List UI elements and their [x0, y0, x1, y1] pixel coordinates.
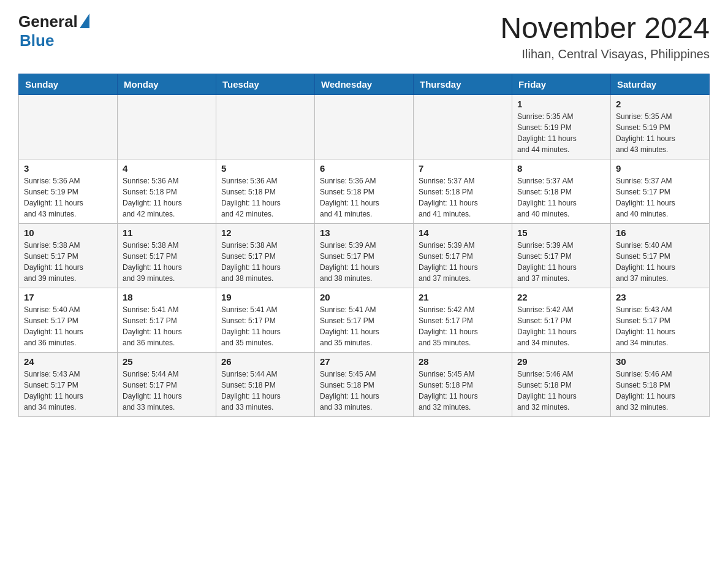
- calendar-cell: 19Sunrise: 5:41 AM Sunset: 5:17 PM Dayli…: [216, 288, 315, 352]
- calendar-day-header: Sunday: [19, 74, 118, 94]
- day-info: Sunrise: 5:39 AM Sunset: 5:17 PM Dayligh…: [419, 240, 507, 284]
- calendar-day-header: Wednesday: [315, 74, 414, 94]
- calendar-week-row: 1Sunrise: 5:35 AM Sunset: 5:19 PM Daylig…: [19, 94, 710, 159]
- calendar-cell: [414, 94, 512, 159]
- calendar-week-row: 24Sunrise: 5:43 AM Sunset: 5:17 PM Dayli…: [19, 352, 710, 416]
- day-info: Sunrise: 5:36 AM Sunset: 5:19 PM Dayligh…: [24, 175, 112, 220]
- day-info: Sunrise: 5:43 AM Sunset: 5:17 PM Dayligh…: [24, 369, 112, 413]
- day-info: Sunrise: 5:41 AM Sunset: 5:17 PM Dayligh…: [221, 304, 309, 348]
- day-number: 30: [616, 356, 704, 367]
- calendar-cell: 6Sunrise: 5:36 AM Sunset: 5:18 PM Daylig…: [315, 159, 414, 223]
- logo-blue-text: Blue: [20, 31, 54, 50]
- logo-general-text: General: [18, 12, 78, 31]
- day-info: Sunrise: 5:35 AM Sunset: 5:19 PM Dayligh…: [517, 111, 605, 155]
- day-number: 5: [221, 163, 309, 174]
- calendar-cell: 16Sunrise: 5:40 AM Sunset: 5:17 PM Dayli…: [611, 223, 710, 288]
- calendar-day-header: Tuesday: [216, 74, 315, 94]
- day-info: Sunrise: 5:45 AM Sunset: 5:18 PM Dayligh…: [419, 369, 507, 413]
- calendar-cell: 22Sunrise: 5:42 AM Sunset: 5:17 PM Dayli…: [512, 288, 611, 352]
- calendar-cell: 14Sunrise: 5:39 AM Sunset: 5:17 PM Dayli…: [414, 223, 512, 288]
- day-number: 24: [24, 356, 112, 367]
- calendar-cell: 28Sunrise: 5:45 AM Sunset: 5:18 PM Dayli…: [414, 352, 512, 416]
- day-info: Sunrise: 5:44 AM Sunset: 5:17 PM Dayligh…: [123, 369, 211, 413]
- day-number: 16: [616, 228, 704, 238]
- day-number: 1: [517, 99, 605, 109]
- calendar-cell: 8Sunrise: 5:37 AM Sunset: 5:18 PM Daylig…: [512, 159, 611, 223]
- day-info: Sunrise: 5:41 AM Sunset: 5:17 PM Dayligh…: [123, 304, 211, 348]
- calendar-cell: 18Sunrise: 5:41 AM Sunset: 5:17 PM Dayli…: [118, 288, 216, 352]
- calendar-cell: 29Sunrise: 5:46 AM Sunset: 5:18 PM Dayli…: [512, 352, 611, 416]
- day-number: 15: [517, 228, 605, 238]
- calendar-cell: 21Sunrise: 5:42 AM Sunset: 5:17 PM Dayli…: [414, 288, 512, 352]
- day-number: 27: [320, 356, 408, 367]
- day-info: Sunrise: 5:38 AM Sunset: 5:17 PM Dayligh…: [123, 240, 211, 284]
- title-block: November 2024 Ilihan, Central Visayas, P…: [500, 12, 710, 61]
- subtitle: Ilihan, Central Visayas, Philippines: [500, 47, 710, 61]
- day-info: Sunrise: 5:38 AM Sunset: 5:17 PM Dayligh…: [221, 240, 309, 284]
- calendar-cell: 3Sunrise: 5:36 AM Sunset: 5:19 PM Daylig…: [19, 159, 118, 223]
- day-info: Sunrise: 5:42 AM Sunset: 5:17 PM Dayligh…: [517, 304, 605, 348]
- day-number: 6: [320, 163, 408, 174]
- day-number: 25: [123, 356, 211, 367]
- day-info: Sunrise: 5:37 AM Sunset: 5:18 PM Dayligh…: [419, 175, 507, 220]
- day-info: Sunrise: 5:37 AM Sunset: 5:17 PM Dayligh…: [616, 175, 704, 220]
- calendar-header-row: SundayMondayTuesdayWednesdayThursdayFrid…: [19, 74, 710, 94]
- calendar-week-row: 3Sunrise: 5:36 AM Sunset: 5:19 PM Daylig…: [19, 159, 710, 223]
- logo-triangle-icon: [80, 13, 89, 28]
- day-info: Sunrise: 5:38 AM Sunset: 5:17 PM Dayligh…: [24, 240, 112, 284]
- calendar-cell: [118, 94, 216, 159]
- day-number: 22: [517, 292, 605, 302]
- calendar-week-row: 10Sunrise: 5:38 AM Sunset: 5:17 PM Dayli…: [19, 223, 710, 288]
- calendar-day-header: Thursday: [414, 74, 512, 94]
- day-info: Sunrise: 5:46 AM Sunset: 5:18 PM Dayligh…: [616, 369, 704, 413]
- day-info: Sunrise: 5:44 AM Sunset: 5:18 PM Dayligh…: [221, 369, 309, 413]
- day-info: Sunrise: 5:40 AM Sunset: 5:17 PM Dayligh…: [616, 240, 704, 284]
- day-number: 2: [616, 99, 704, 109]
- calendar-table: SundayMondayTuesdayWednesdayThursdayFrid…: [18, 74, 710, 417]
- day-info: Sunrise: 5:41 AM Sunset: 5:17 PM Dayligh…: [320, 304, 408, 348]
- calendar-cell: 4Sunrise: 5:36 AM Sunset: 5:18 PM Daylig…: [118, 159, 216, 223]
- day-number: 18: [123, 292, 211, 302]
- day-number: 20: [320, 292, 408, 302]
- calendar-cell: 7Sunrise: 5:37 AM Sunset: 5:18 PM Daylig…: [414, 159, 512, 223]
- day-number: 26: [221, 356, 309, 367]
- calendar-cell: 15Sunrise: 5:39 AM Sunset: 5:17 PM Dayli…: [512, 223, 611, 288]
- calendar-day-header: Saturday: [611, 74, 710, 94]
- day-number: 19: [221, 292, 309, 302]
- day-info: Sunrise: 5:36 AM Sunset: 5:18 PM Dayligh…: [320, 175, 408, 220]
- calendar-cell: 27Sunrise: 5:45 AM Sunset: 5:18 PM Dayli…: [315, 352, 414, 416]
- day-info: Sunrise: 5:37 AM Sunset: 5:18 PM Dayligh…: [517, 175, 605, 220]
- calendar-week-row: 17Sunrise: 5:40 AM Sunset: 5:17 PM Dayli…: [19, 288, 710, 352]
- day-number: 12: [221, 228, 309, 238]
- day-info: Sunrise: 5:42 AM Sunset: 5:17 PM Dayligh…: [419, 304, 507, 348]
- day-number: 10: [24, 228, 112, 238]
- calendar-cell: 26Sunrise: 5:44 AM Sunset: 5:18 PM Dayli…: [216, 352, 315, 416]
- calendar-cell: 2Sunrise: 5:35 AM Sunset: 5:19 PM Daylig…: [611, 94, 710, 159]
- page-header: General Blue November 2024 Ilihan, Centr…: [18, 12, 710, 61]
- day-number: 11: [123, 228, 211, 238]
- day-number: 23: [616, 292, 704, 302]
- day-number: 3: [24, 163, 112, 174]
- calendar-cell: 1Sunrise: 5:35 AM Sunset: 5:19 PM Daylig…: [512, 94, 611, 159]
- calendar-cell: 25Sunrise: 5:44 AM Sunset: 5:17 PM Dayli…: [118, 352, 216, 416]
- calendar-day-header: Friday: [512, 74, 611, 94]
- calendar-cell: 5Sunrise: 5:36 AM Sunset: 5:18 PM Daylig…: [216, 159, 315, 223]
- calendar-cell: [19, 94, 118, 159]
- calendar-cell: 17Sunrise: 5:40 AM Sunset: 5:17 PM Dayli…: [19, 288, 118, 352]
- calendar-cell: 9Sunrise: 5:37 AM Sunset: 5:17 PM Daylig…: [611, 159, 710, 223]
- day-number: 9: [616, 163, 704, 174]
- calendar-cell: 30Sunrise: 5:46 AM Sunset: 5:18 PM Dayli…: [611, 352, 710, 416]
- calendar-cell: [216, 94, 315, 159]
- day-number: 17: [24, 292, 112, 302]
- main-title: November 2024: [500, 12, 710, 45]
- day-number: 14: [419, 228, 507, 238]
- day-info: Sunrise: 5:39 AM Sunset: 5:17 PM Dayligh…: [517, 240, 605, 284]
- calendar-cell: [315, 94, 414, 159]
- day-info: Sunrise: 5:46 AM Sunset: 5:18 PM Dayligh…: [517, 369, 605, 413]
- calendar-cell: 11Sunrise: 5:38 AM Sunset: 5:17 PM Dayli…: [118, 223, 216, 288]
- day-number: 4: [123, 163, 211, 174]
- day-number: 8: [517, 163, 605, 174]
- day-number: 28: [419, 356, 507, 367]
- day-info: Sunrise: 5:39 AM Sunset: 5:17 PM Dayligh…: [320, 240, 408, 284]
- calendar-cell: 24Sunrise: 5:43 AM Sunset: 5:17 PM Dayli…: [19, 352, 118, 416]
